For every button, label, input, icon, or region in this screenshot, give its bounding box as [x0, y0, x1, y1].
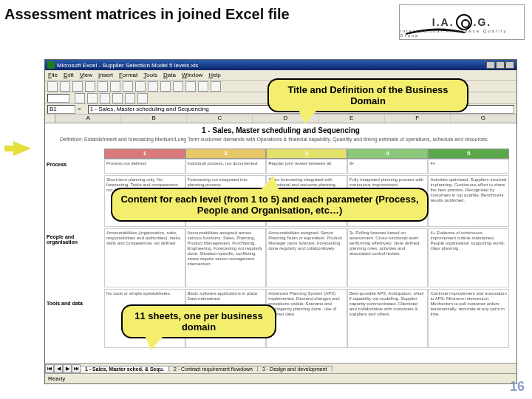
- sheet-tab-3[interactable]: 3 - Design and development: [257, 366, 332, 372]
- sheet-tab-bar: ⏮ ◀ ▶ ⏭ 1 - Sales, Master sched. & Sequ.…: [45, 363, 516, 373]
- slide-number: 16: [510, 379, 525, 395]
- callout-sheets: 11 sheets, one per business domain: [121, 304, 276, 338]
- table-cell[interactable]: Activities optimised. Suppliers involved…: [428, 175, 509, 227]
- callout-content-levels: Content for each level (from 1 to 5) and…: [111, 188, 429, 222]
- param-label-tools: Tools and data: [47, 301, 103, 306]
- name-box[interactable]: B1: [47, 105, 75, 114]
- sheet-heading: 1 - Sales, Master scheduling and Sequenc…: [45, 126, 516, 134]
- col-g[interactable]: G: [451, 115, 516, 123]
- paste-icon[interactable]: [148, 81, 158, 92]
- table-cell[interactable]: Accountabilities assigned. Senior Planni…: [266, 228, 347, 287]
- slide: Assessment matrices in joined Excel file…: [0, 0, 532, 399]
- fx-label: =: [78, 106, 81, 112]
- table-cell[interactable]: Process not defined.: [104, 159, 185, 174]
- level-4-header: 4: [347, 149, 429, 159]
- col-c[interactable]: C: [187, 115, 253, 123]
- column-headers: A B C D E F G: [45, 115, 516, 123]
- menu-help[interactable]: Help: [208, 72, 220, 78]
- param-label-people: People and organisation: [47, 234, 103, 245]
- status-text: Ready: [48, 375, 65, 382]
- col-a[interactable]: A: [55, 115, 121, 123]
- table-cell[interactable]: Best-possible APS. Anticipation, what-if…: [347, 289, 429, 348]
- table-cell[interactable]: 4+: [428, 159, 509, 174]
- level-3-header: 3: [266, 149, 347, 159]
- callout-title-definition: Title and Definition of the Business Dom…: [267, 78, 468, 112]
- logo-right: .G.: [474, 16, 492, 28]
- spell-icon[interactable]: [110, 81, 120, 92]
- minimize-button[interactable]: [486, 61, 495, 69]
- menu-insert[interactable]: Insert: [98, 72, 113, 78]
- window-titlebar[interactable]: Microsoft Excel - Supplier Selection Mod…: [45, 60, 516, 70]
- tab-nav-next-icon[interactable]: ▶: [63, 364, 72, 373]
- open-icon[interactable]: [60, 81, 70, 92]
- level-header-row: 1 2 3 4 5: [104, 149, 509, 159]
- menu-edit[interactable]: Edit: [64, 72, 74, 78]
- level-2-header: 2: [185, 149, 267, 159]
- logo-left: I.A.: [432, 16, 454, 28]
- save-icon[interactable]: [72, 81, 83, 92]
- chart-icon[interactable]: [211, 81, 221, 92]
- col-e[interactable]: E: [319, 115, 385, 123]
- print-icon[interactable]: [85, 81, 95, 92]
- col-b[interactable]: B: [121, 115, 187, 123]
- redo-icon[interactable]: [173, 81, 183, 92]
- people-row: Accountabilities (organisation, roles, r…: [104, 228, 509, 287]
- table-cell[interactable]: Advanced Planning System (APS) implement…: [266, 289, 347, 348]
- sheet-description: Definition: Establishment and forecastin…: [60, 137, 509, 142]
- preview-icon[interactable]: [98, 81, 108, 92]
- italic-icon[interactable]: [87, 93, 98, 103]
- bold-icon[interactable]: [75, 93, 85, 103]
- underline-icon[interactable]: [100, 93, 110, 103]
- maximize-button[interactable]: [496, 61, 505, 69]
- table-cell[interactable]: Accountabilities assigned across various…: [185, 228, 267, 287]
- logo-subtitle: International Aerospace Quality Group: [400, 29, 519, 38]
- pointer-arrow-icon: [13, 141, 31, 156]
- sheet-tab-2[interactable]: 2 - Contract requirement flowdown: [168, 366, 258, 372]
- window-title: Microsoft Excel - Supplier Selection Mod…: [57, 62, 198, 69]
- close-button[interactable]: [505, 61, 514, 69]
- corner-cell[interactable]: [45, 115, 55, 123]
- sort-icon[interactable]: [198, 81, 208, 92]
- iaqg-logo: I.A. .G. International Aerospace Quality…: [399, 4, 525, 40]
- menu-data[interactable]: Data: [163, 72, 176, 78]
- menu-format[interactable]: Format: [119, 72, 137, 78]
- cut-icon[interactable]: [123, 81, 133, 92]
- table-cell[interactable]: 3+ Rolling forecast based on assessment.…: [347, 228, 429, 287]
- align-right-icon[interactable]: [137, 93, 148, 103]
- menu-window[interactable]: Window: [182, 72, 202, 78]
- sum-icon[interactable]: [185, 81, 196, 92]
- align-left-icon[interactable]: [112, 93, 123, 103]
- tab-nav-first-icon[interactable]: ⏮: [45, 364, 54, 373]
- table-cell[interactable]: 4+ Evidence of continuous improvement cu…: [428, 228, 509, 287]
- table-cell[interactable]: Regular joint review between all.: [266, 159, 347, 174]
- tab-nav-prev-icon[interactable]: ◀: [54, 364, 63, 373]
- font-box[interactable]: [47, 94, 69, 103]
- slide-title: Assessment matrices in joined Excel file: [4, 6, 290, 23]
- menu-file[interactable]: File: [48, 72, 58, 78]
- status-bar: Ready: [45, 373, 516, 383]
- param-label-process: Process: [47, 162, 103, 167]
- table-cell[interactable]: Individual process, not documented.: [185, 159, 267, 174]
- worksheet-area[interactable]: 1 - Sales, Master scheduling and Sequenc…: [45, 123, 516, 363]
- menu-view[interactable]: View: [80, 72, 92, 78]
- align-center-icon[interactable]: [125, 93, 135, 103]
- level-1-header: 1: [104, 149, 185, 159]
- criteria-row: Process not defined. Individual process,…: [104, 159, 509, 174]
- new-icon[interactable]: [47, 81, 58, 92]
- excel-app-icon: [47, 61, 55, 69]
- table-cell[interactable]: Continue improvement and automation to A…: [428, 289, 509, 348]
- copy-icon[interactable]: [135, 81, 146, 92]
- table-cell[interactable]: 3+: [347, 159, 429, 174]
- undo-icon[interactable]: [160, 81, 171, 92]
- menu-tools[interactable]: Tools: [143, 72, 157, 78]
- table-cell[interactable]: Accountabilities (organisation, roles, r…: [104, 228, 185, 287]
- sheet-tab-1[interactable]: 1 - Sales, Master sched. & Sequ.: [80, 366, 169, 372]
- col-f[interactable]: F: [385, 115, 451, 123]
- level-5-header: 5: [428, 149, 509, 159]
